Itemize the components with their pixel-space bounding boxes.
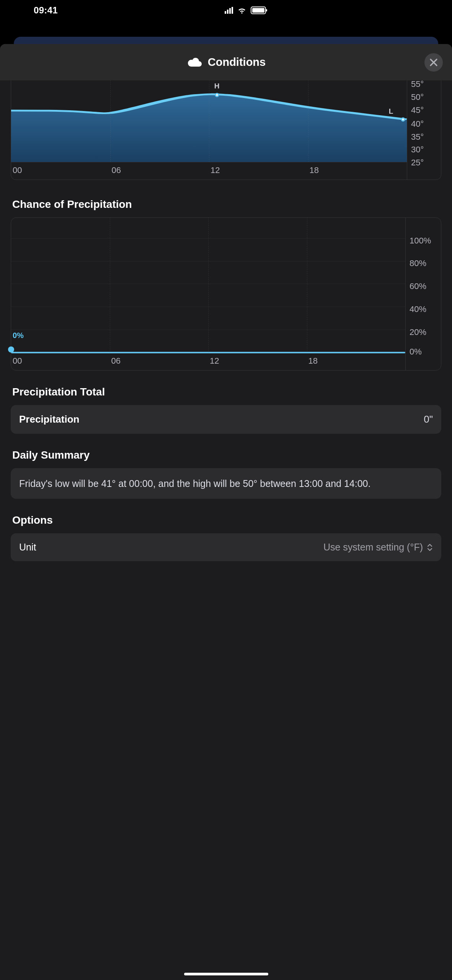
precipitation-current-value: 0%: [13, 331, 24, 340]
precipitation-chart[interactable]: 0% 00 06 12 18 100% 80% 60% 40% 20% 0%: [11, 217, 277, 371]
precipitation-x-tick: 06: [110, 353, 209, 370]
precipitation-plot-area: 0%: [11, 218, 277, 353]
temperature-plot-area: H L: [11, 80, 277, 162]
temperature-x-tick: 12: [209, 162, 277, 180]
temperature-high-label: H: [214, 82, 220, 90]
precipitation-total-title: Precipitation Total: [12, 386, 277, 398]
precipitation-total-label: Precipitation: [19, 413, 79, 425]
options-unit-label: Unit: [19, 542, 36, 553]
precipitation-x-tick: 00: [11, 353, 110, 370]
modal-title: Conditions: [208, 56, 266, 69]
cloud-icon: [186, 57, 202, 68]
temperature-high-marker: [215, 93, 219, 97]
temperature-x-axis: 00 06 12 18: [11, 162, 277, 180]
status-time: 09:41: [34, 5, 58, 16]
precipitation-current-dot: [8, 346, 14, 353]
daily-summary-text: Friday's low will be 41° at 00:00, and t…: [19, 477, 277, 490]
wifi-icon: [237, 7, 247, 14]
cellular-signal-icon: [225, 7, 233, 14]
options-title: Options: [12, 514, 277, 526]
precipitation-total-card: Precipitation 0": [11, 405, 277, 434]
options-unit-row[interactable]: Unit Use system setting (°F): [11, 533, 277, 561]
precipitation-x-axis: 00 06 12 18: [11, 353, 277, 370]
status-icons: [225, 7, 266, 14]
battery-icon: [251, 7, 266, 14]
conditions-modal: Conditions: [0, 44, 277, 600]
temperature-x-tick: 06: [110, 162, 209, 180]
precipitation-chance-title: Chance of Precipitation: [12, 198, 277, 211]
temperature-chart[interactable]: H L 00 06 12 18 55° 50° 45° 40° 35° 30° …: [11, 80, 277, 180]
daily-summary-card: Friday's low will be 41° at 00:00, and t…: [11, 468, 277, 499]
status-bar: 09:41: [0, 0, 277, 21]
daily-summary-title: Daily Summary: [12, 449, 277, 461]
temperature-x-tick: 00: [11, 162, 110, 180]
modal-header: Conditions: [0, 44, 277, 80]
precipitation-x-tick: 12: [208, 353, 277, 370]
